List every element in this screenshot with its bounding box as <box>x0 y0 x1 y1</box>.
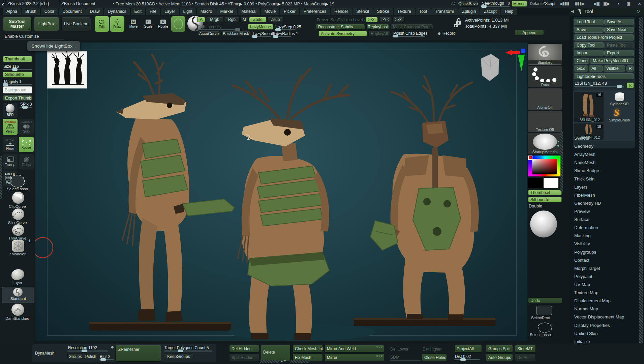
mirror-and-weld-button[interactable]: Mirror And Weld X Y Z <box>325 345 384 353</box>
make-polymesh3d-button[interactable]: Make PolyMesh3D <box>590 58 634 64</box>
menu-item[interactable]: Dynamics <box>104 8 130 15</box>
sv-square[interactable] <box>532 159 557 174</box>
menu-item[interactable]: Material <box>238 8 260 15</box>
rgb-intensity-track[interactable] <box>198 29 240 30</box>
hscroll-left[interactable] <box>260 360 279 363</box>
export-thumb-button[interactable]: Export Thumbn <box>3 95 32 101</box>
sym-y-button[interactable]: >Y< <box>379 17 391 22</box>
resolution-toggle-icon[interactable] <box>111 346 114 348</box>
floor-button[interactable]: X Y Z Floor <box>3 137 18 152</box>
all-button[interactable]: All <box>589 65 603 72</box>
see-through-handle[interactable] <box>481 5 487 8</box>
lazyradius-handle[interactable] <box>273 35 278 38</box>
tool-section-header[interactable]: Displacement Map <box>574 298 638 303</box>
menu-item[interactable]: File <box>146 8 160 15</box>
rotate-button[interactable]: R Rotate <box>156 16 170 32</box>
lightbox-button[interactable]: LightBox <box>34 17 59 31</box>
clone-button[interactable]: Clone <box>574 58 589 64</box>
left-edge-scrollbar[interactable] <box>0 156 2 199</box>
rgb-button[interactable]: Rgb <box>224 17 240 22</box>
double-label[interactable]: Double <box>529 204 542 208</box>
tool-section-header[interactable]: Surface <box>574 217 638 222</box>
zremesher-button[interactable]: ZRemesher <box>115 345 161 362</box>
mrgb-button[interactable]: Mrgb <box>206 17 223 22</box>
minimize-icon[interactable]: ▾ <box>617 1 619 6</box>
target-polygons-slider-handle[interactable] <box>178 349 183 352</box>
tool-section-header[interactable]: Vector Displacement Map <box>574 314 638 319</box>
material-ball[interactable] <box>530 211 557 237</box>
save-next-button[interactable]: Save Next <box>604 27 634 33</box>
brush-tile[interactable]: Standard <box>528 44 562 65</box>
dist-slider-track[interactable] <box>454 359 480 360</box>
tool-panel-scrollbar[interactable] <box>639 17 643 360</box>
edit-button[interactable]: Edit <box>95 16 109 32</box>
tool-section-header[interactable]: Normal Map <box>574 306 638 311</box>
tool-thumb-active[interactable]: 19 L3SH3N_012 <box>574 92 604 122</box>
subtool-master-button[interactable]: SubTool Master <box>3 17 32 31</box>
tool-section-header[interactable]: NanoMesh <box>574 160 638 165</box>
replay-all-button[interactable]: ReplayAll <box>368 31 390 36</box>
tool-section-header[interactable]: Geometry <box>574 144 638 149</box>
tool-section-header[interactable]: Thick Skin <box>574 176 638 181</box>
doc-prev-icon[interactable]: ◀▣ <box>593 1 600 6</box>
simplebrush-thumb[interactable]: S SimpleBrush <box>605 107 634 123</box>
close-icon[interactable]: × <box>638 1 641 6</box>
tool-section-header[interactable]: Contact <box>574 258 638 263</box>
menu-item[interactable]: Render <box>331 8 352 15</box>
standard-brush-tile[interactable]: Standard <box>2 287 34 303</box>
magnify-slider-handle[interactable] <box>3 83 8 86</box>
import-button[interactable]: Import <box>574 50 604 56</box>
tool-section-header[interactable]: UV Map <box>574 282 638 287</box>
tool-section-header[interactable]: Visibility <box>574 241 638 246</box>
menu-item[interactable]: Marker <box>216 8 237 15</box>
sdiv-slider-track[interactable] <box>390 360 421 361</box>
scale-button[interactable]: S Scale <box>142 16 155 32</box>
cylinder3d-thumb[interactable]: Cylinder3D <box>605 92 634 107</box>
damstandard-brush-icon[interactable] <box>11 304 24 316</box>
background-button[interactable]: Background <box>3 86 32 93</box>
tool-section-header[interactable]: Geometry HD <box>574 201 638 206</box>
draw-button[interactable]: Draw <box>110 16 124 32</box>
collapse-panel-icon[interactable]: ◀ <box>571 9 574 13</box>
polish-crisp-handle[interactable] <box>393 35 398 37</box>
record-dot-icon[interactable] <box>438 32 440 35</box>
menu-item[interactable]: Layer <box>161 8 179 15</box>
lazymouse-button[interactable]: LazyMouse <box>248 24 273 30</box>
activate-symmetry-button[interactable]: Activate Symmetry <box>318 31 367 36</box>
reconstruct-subdiv-button[interactable]: Reconstruct Subdiv <box>316 24 365 30</box>
tool-section-header[interactable]: Display Properties <box>574 323 638 328</box>
color-picker[interactable] <box>528 156 562 176</box>
alpha-tile[interactable]: Alpha Off <box>528 88 562 110</box>
hscroll-right[interactable] <box>290 360 309 363</box>
tool-section-header[interactable]: Masking <box>574 233 638 238</box>
groups-split-button[interactable]: Groups Split <box>486 345 513 353</box>
stroke-tile[interactable]: Dots <box>528 66 562 87</box>
menus-button[interactable]: Menus <box>512 1 527 7</box>
xpose-button[interactable]: Xpose <box>19 137 34 152</box>
menu-item[interactable]: Help <box>501 8 517 15</box>
texture-tile[interactable]: Texture Off <box>528 111 562 132</box>
select-rect-icon[interactable] <box>536 306 552 315</box>
layer-brush-icon[interactable] <box>11 269 24 280</box>
del-lower-button[interactable]: Del Lower <box>390 347 408 352</box>
canvas[interactable] <box>35 43 527 341</box>
a-button[interactable]: A <box>197 17 205 22</box>
select-lasso-icon[interactable] <box>11 175 25 188</box>
doc-next-icon[interactable]: ▣▶ <box>603 1 610 6</box>
tool-section-header[interactable]: Morph Target <box>574 266 638 271</box>
enable-customize[interactable]: Enable Customize <box>3 33 64 40</box>
menu-item[interactable]: Preferences <box>300 8 330 15</box>
material-tile[interactable]: StartupMaterial <box>528 133 562 154</box>
tool-section-header[interactable]: Slime Bridge <box>574 168 638 173</box>
projectall-button[interactable]: ProjectAll <box>454 345 482 353</box>
blur-slider-handle[interactable] <box>100 358 106 361</box>
vscroll-up-icon[interactable]: ▲ <box>557 140 560 143</box>
tool-section-header[interactable]: Layers <box>574 185 638 190</box>
delete-button[interactable]: Delete <box>261 345 290 361</box>
default-zscript[interactable]: DefaultZScript <box>530 1 555 6</box>
undo-button[interactable]: Undo <box>528 298 562 303</box>
menu-item[interactable]: Stencil <box>352 8 373 15</box>
storemt-button[interactable]: StoreMT <box>515 345 536 353</box>
menu-item[interactable]: Picker <box>280 8 299 15</box>
lazystep-handle[interactable] <box>275 28 281 31</box>
